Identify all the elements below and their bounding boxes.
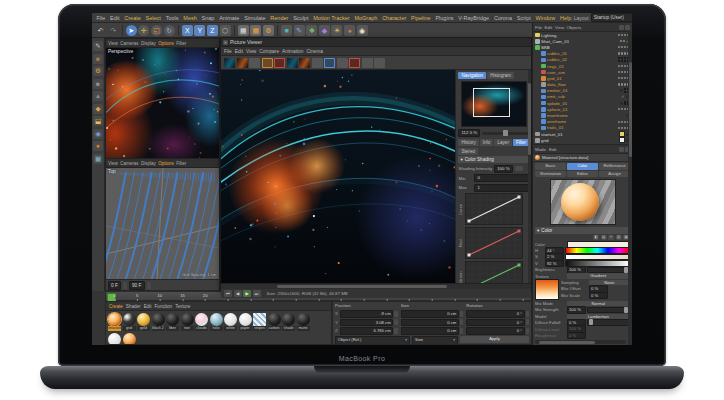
- menubar-item-corona[interactable]: Corona: [492, 15, 515, 21]
- mode-menu[interactable]: Mode: [535, 147, 546, 152]
- tab-navigation[interactable]: Navigation: [458, 72, 486, 79]
- viewport-menu-filter[interactable]: Filter: [176, 161, 186, 166]
- visibility-dots-icon[interactable]: [618, 71, 623, 73]
- panel-scrollbar[interactable]: [528, 70, 532, 283]
- pv-toolbar-tile-11-icon[interactable]: [362, 58, 373, 68]
- coord-mode-dropdown[interactable]: Object (Rel.)▾: [335, 336, 410, 345]
- material-preview[interactable]: [550, 179, 616, 225]
- visibility-dots-icon[interactable]: [618, 127, 623, 129]
- frame-end-field[interactable]: 90 F: [129, 281, 145, 290]
- deformer-icon[interactable]: ◆: [319, 25, 330, 36]
- play-button[interactable]: ▶: [243, 290, 251, 297]
- spline-pen-icon[interactable]: ✎: [294, 25, 305, 36]
- viewport-menu-filter[interactable]: Filter: [176, 41, 186, 46]
- layer-swatch-icon[interactable]: [619, 131, 625, 137]
- nav-back-icon[interactable]: [619, 147, 624, 152]
- add-cube-icon[interactable]: ■: [281, 25, 292, 36]
- disabled-x-icon[interactable]: ✕: [620, 101, 623, 106]
- apply-button[interactable]: Apply: [460, 336, 529, 343]
- material-thumb-amber[interactable]: [123, 333, 136, 346]
- menubar-item-snap[interactable]: Snap: [199, 15, 217, 21]
- value-field[interactable]: 92 %: [545, 260, 564, 268]
- rotation-x-field[interactable]: 0 °: [466, 310, 524, 318]
- mograph-icon[interactable]: ❖: [306, 25, 317, 36]
- visibility-dots-icon[interactable]: [620, 40, 625, 42]
- enabled-check-icon[interactable]: ✓: [621, 94, 624, 99]
- material-tab-assign[interactable]: Assign: [599, 171, 630, 178]
- spinner[interactable]: [526, 319, 530, 325]
- visibility-dots-icon[interactable]: [618, 108, 623, 110]
- material-thumb-white[interactable]: white: [224, 313, 237, 332]
- spinner[interactable]: [394, 319, 398, 325]
- material-thumb-noir[interactable]: noir: [181, 313, 194, 332]
- material-thumb-paper[interactable]: paper: [239, 313, 252, 332]
- frame-start-field[interactable]: 0 F: [108, 281, 121, 290]
- spinner[interactable]: [526, 328, 530, 334]
- workplane-icon[interactable]: ●: [93, 141, 103, 151]
- position-x-field[interactable]: -9 cm: [340, 310, 393, 318]
- lightbulb-icon[interactable]: ◉: [357, 25, 368, 36]
- pv-toolbar-tile-3-icon[interactable]: [262, 58, 273, 68]
- material-thumb-fiber[interactable]: fiber: [166, 313, 179, 332]
- menubar-item-tools[interactable]: Tools: [163, 15, 181, 21]
- frame-start-spinner[interactable]: [123, 282, 127, 289]
- spinner[interactable]: [394, 328, 398, 334]
- texture-mode-icon[interactable]: ◆: [93, 104, 103, 114]
- menubar-item-help[interactable]: Help: [558, 15, 574, 21]
- pv-menu-animation[interactable]: Animation: [282, 49, 303, 54]
- menubar-item-script[interactable]: Script: [514, 15, 533, 21]
- tab-layer[interactable]: Layer: [494, 139, 512, 146]
- pv-toolbar-tile-9-icon[interactable]: [337, 58, 348, 68]
- viewport-menu-display[interactable]: Display: [141, 41, 156, 46]
- polygons-mode-icon[interactable]: ▲: [93, 91, 103, 101]
- size-x-field[interactable]: 0 cm: [401, 310, 459, 318]
- material-thumb-holo[interactable]: holo: [210, 313, 223, 332]
- render-to-picture-viewer-icon[interactable]: ▦: [250, 25, 261, 36]
- pv-toolbar-tile-8-icon[interactable]: [324, 58, 335, 68]
- material-tab-reflectance[interactable]: Reflectance: [599, 163, 630, 170]
- layout-select[interactable]: Startup (User)▾: [591, 13, 632, 22]
- color-picker-icon[interactable]: ✛: [608, 235, 614, 240]
- texture-gradient-button[interactable]: Gradient: [567, 273, 631, 279]
- position-z-field[interactable]: 6.765 cm: [340, 327, 393, 335]
- gear-icon[interactable]: ⚙: [93, 66, 103, 76]
- brightness-field[interactable]: 100 %: [567, 266, 586, 274]
- visibility-dots-icon[interactable]: [618, 121, 623, 123]
- tab-stereo[interactable]: Stereo: [458, 148, 478, 155]
- object-row-grid[interactable]: grid✕: [533, 137, 632, 143]
- attribute-horizontal-scrollbar[interactable]: [535, 340, 626, 344]
- object-row-xplode-01[interactable]: xplode_01✕: [533, 100, 632, 106]
- mix-strength-slider[interactable]: [587, 307, 630, 314]
- material-thumb-gold[interactable]: gold: [137, 313, 150, 332]
- menubar-item-mograph[interactable]: MoGraph: [352, 15, 380, 21]
- size-z-field[interactable]: 0 cm: [401, 327, 459, 335]
- pv-toolbar-tile-1-icon[interactable]: [237, 58, 248, 68]
- coord-size-dropdown[interactable]: Size▾: [412, 336, 458, 345]
- viewport-menu-view[interactable]: View: [108, 161, 118, 166]
- render-view-icon[interactable]: ▦: [238, 25, 249, 36]
- filter-icon[interactable]: [625, 25, 630, 30]
- menubar-item-motion-tracker[interactable]: Motion Tracker: [311, 15, 352, 21]
- menubar-item-create[interactable]: Create: [122, 15, 143, 21]
- snap-sphere-icon[interactable]: ◉: [93, 129, 103, 139]
- environment-icon[interactable]: ☀: [331, 25, 342, 36]
- material-thumb-grid[interactable]: grid: [123, 313, 136, 332]
- tab-info[interactable]: Info: [480, 139, 494, 146]
- close-icon[interactable]: ✕: [223, 40, 228, 45]
- swatch-compact-icon[interactable]: ◧: [593, 235, 599, 240]
- shading-enable-checkbox[interactable]: [515, 166, 523, 171]
- viewport-menu-display[interactable]: Display: [141, 161, 156, 166]
- menubar-item-mesh[interactable]: Mesh: [181, 15, 199, 21]
- rotation-z-field[interactable]: 0 °: [466, 327, 524, 335]
- viewport-top[interactable]: ViewCamerasDisplayOptionsFilter Top Grid…: [105, 158, 220, 279]
- pv-toolbar-tile-10-icon[interactable]: [349, 58, 360, 68]
- menubar-item-character[interactable]: Character: [380, 15, 409, 21]
- visibility-dots-icon[interactable]: [618, 46, 623, 48]
- edit-menu[interactable]: Edit: [549, 147, 557, 152]
- axis-x-button[interactable]: X: [182, 25, 193, 36]
- spinner[interactable]: [460, 319, 464, 325]
- om-menu-objects[interactable]: Objects: [567, 25, 582, 30]
- rotate-tool-icon[interactable]: ↻: [164, 25, 175, 36]
- color-shading-section-header[interactable]: ▾ Color Shading: [458, 156, 529, 163]
- zoom-value-field[interactable]: 112.5 %: [458, 129, 480, 137]
